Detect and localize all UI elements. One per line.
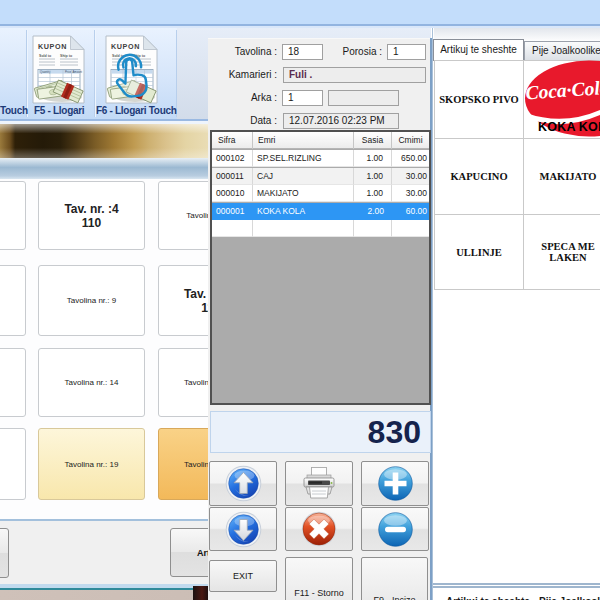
svg-text:KUPON: KUPON — [38, 42, 67, 51]
svg-text:Ship to: Ship to — [60, 54, 73, 58]
svg-text:Amount: Amount — [73, 70, 83, 74]
svg-text:Quantity: Quantity — [40, 70, 51, 74]
svg-text:KUPON: KUPON — [111, 42, 140, 51]
svg-text:Price: Price — [65, 70, 72, 74]
svg-text:KOKA KOLA: KOKA KOLA — [538, 120, 600, 134]
svg-text:Sold to: Sold to — [39, 54, 52, 58]
